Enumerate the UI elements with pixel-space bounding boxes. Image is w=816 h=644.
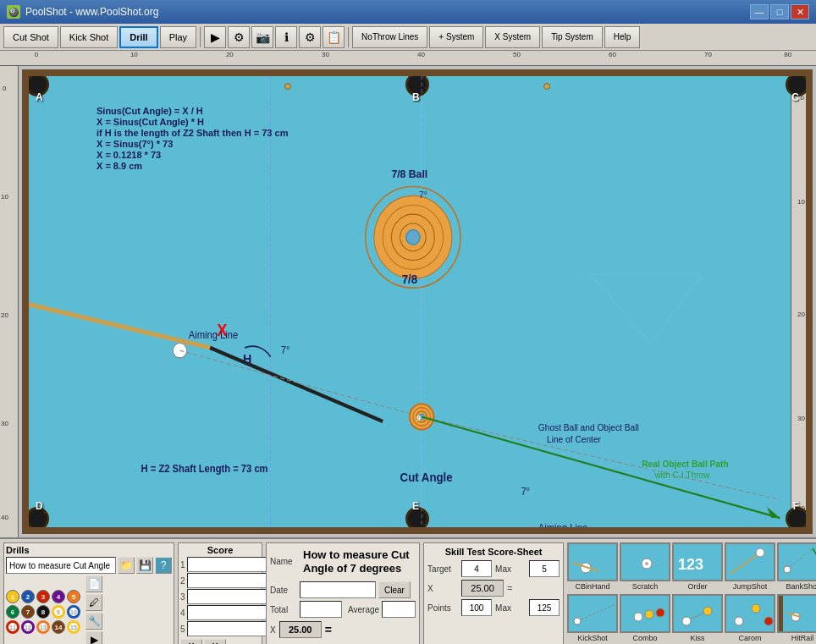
score-section: Score 1 2 3 4 5 X bbox=[178, 542, 262, 644]
total-input[interactable] bbox=[300, 601, 342, 618]
drills-name-row: 📁 💾 ? bbox=[6, 557, 172, 574]
pool-table[interactable]: A B C D E F Sinus(Cut Angle) = X / H X =… bbox=[22, 69, 813, 534]
ball-8[interactable]: 8 bbox=[36, 605, 50, 619]
thumb-bankshot[interactable]: BankShot bbox=[777, 542, 816, 591]
close-button[interactable]: ✕ bbox=[791, 4, 809, 19]
pocket-label-c: C bbox=[791, 91, 799, 103]
settings-icon-button[interactable]: ⚙ bbox=[228, 26, 250, 48]
v-ruler: 0 10 20 30 40 bbox=[0, 66, 19, 537]
drills-balls-row: 1 2 3 4 5 6 7 8 9 10 11 bbox=[6, 575, 172, 644]
table-container[interactable]: A B C D E F Sinus(Cut Angle) = X / H X =… bbox=[19, 66, 816, 537]
kick-shot-button[interactable]: Kick Shot bbox=[60, 26, 118, 48]
extra-icon-4[interactable]: ▶ bbox=[85, 631, 102, 644]
points-input[interactable] bbox=[461, 599, 492, 616]
date-label: Date bbox=[270, 586, 297, 595]
ball-1[interactable]: 1 bbox=[6, 590, 19, 603]
ball-14[interactable]: 14 bbox=[52, 620, 65, 634]
svg-point-56 bbox=[574, 618, 581, 625]
x-system-button[interactable]: X System bbox=[485, 26, 540, 48]
svg-point-58 bbox=[634, 613, 642, 621]
ball-15[interactable]: 15 bbox=[67, 620, 80, 634]
thumb-kickshot[interactable]: KickShot bbox=[567, 594, 618, 642]
average-input[interactable] bbox=[382, 601, 416, 618]
ball-13[interactable]: 13 bbox=[36, 620, 50, 634]
drills-name-input[interactable] bbox=[6, 557, 116, 574]
svg-rect-39 bbox=[569, 544, 618, 581]
maximize-button[interactable]: □ bbox=[770, 4, 789, 19]
math-line-4: X = Sinus(7°) * 73 bbox=[96, 139, 288, 149]
ball-11[interactable]: 11 bbox=[6, 620, 19, 634]
score-num-1: 1 bbox=[180, 560, 185, 570]
score-row-4: 4 bbox=[180, 605, 260, 620]
no-throw-button[interactable]: NoThrow Lines bbox=[352, 26, 427, 48]
thumb-scratch[interactable]: Scratch bbox=[620, 542, 670, 591]
thumb-label-scratch: Scratch bbox=[632, 582, 659, 591]
drill-save-btn[interactable]: 💾 bbox=[136, 557, 153, 574]
max-input-1[interactable] bbox=[529, 560, 560, 577]
extra-icon-1[interactable]: 📄 bbox=[85, 575, 102, 592]
thumb-jumpshot[interactable]: JumpShot bbox=[725, 542, 775, 591]
thumb-img-jumpshot bbox=[725, 542, 775, 581]
svg-rect-65 bbox=[726, 596, 775, 633]
pocket-label-f: F bbox=[793, 500, 799, 512]
drill-button[interactable]: Drill bbox=[119, 26, 157, 48]
clipboard-icon-button[interactable]: 📋 bbox=[323, 26, 345, 48]
thumb-label-order: Order bbox=[688, 582, 708, 591]
math-line-1: Sinus(Cut Angle) = X / H bbox=[96, 106, 288, 116]
ball-6[interactable]: 6 bbox=[6, 605, 19, 619]
clear-button[interactable]: Clear bbox=[378, 581, 411, 598]
max-input-2[interactable] bbox=[529, 599, 560, 616]
skill-section: Skill Test Score-Sheet Target Max X 25.0… bbox=[423, 542, 564, 644]
ball-5[interactable]: 5 bbox=[67, 590, 80, 603]
extra-icon-3[interactable]: 🔧 bbox=[85, 613, 102, 630]
extra-icon-2[interactable]: 🖊 bbox=[85, 594, 102, 611]
title-left: 🎱 PoolShot - www.PoolShot.org bbox=[7, 5, 158, 19]
date-input[interactable] bbox=[300, 581, 376, 598]
tip-system-button[interactable]: Tip System bbox=[542, 26, 603, 48]
math-line-5: X = 0.1218 * 73 bbox=[96, 150, 288, 160]
svg-line-36 bbox=[650, 274, 702, 344]
ball-3[interactable]: 3 bbox=[36, 590, 50, 603]
score-row-5: 5 bbox=[180, 621, 260, 636]
svg-point-66 bbox=[735, 617, 743, 625]
ball-9[interactable]: 9 bbox=[52, 605, 65, 619]
ball-7[interactable]: 7 bbox=[21, 605, 35, 619]
plus-system-button[interactable]: + System bbox=[429, 26, 483, 48]
svg-line-37 bbox=[590, 274, 650, 344]
cut-shot-button[interactable]: Cut Shot bbox=[3, 26, 58, 48]
ball-4[interactable]: 4 bbox=[52, 590, 65, 603]
score-num-3: 3 bbox=[180, 592, 185, 602]
svg-text:Aiming Line: Aiming Line bbox=[538, 523, 588, 527]
camera-icon-button[interactable]: 📷 bbox=[251, 26, 273, 48]
y-button[interactable]: Y bbox=[204, 639, 226, 644]
gear-icon-button[interactable]: ⚙ bbox=[299, 26, 321, 48]
thumb-cbinhand[interactable]: CBinHand bbox=[567, 542, 618, 591]
ball-2[interactable]: 2 bbox=[21, 590, 35, 603]
name-section: Name How to measure CutAngle of 7 degree… bbox=[266, 542, 420, 644]
drill-info-btn[interactable]: ? bbox=[155, 557, 172, 574]
window-controls: — □ ✕ bbox=[750, 4, 809, 19]
thumb-carom[interactable]: Carom bbox=[725, 594, 775, 642]
minimize-button[interactable]: — bbox=[750, 4, 769, 19]
right-v-ruler: 0 10 20 30 40 bbox=[791, 76, 806, 527]
x-button[interactable]: X bbox=[180, 639, 202, 644]
drill-folder-btn[interactable]: 📁 bbox=[118, 557, 135, 574]
play-button[interactable]: Play bbox=[160, 26, 196, 48]
max-label-2: Max bbox=[495, 603, 526, 613]
thumbs-section: CBinHand Scratch 123 bbox=[567, 542, 816, 644]
info-icon-button[interactable]: ℹ bbox=[275, 26, 297, 48]
play-icon-button[interactable]: ▶ bbox=[204, 26, 226, 48]
ball-12[interactable]: 12 bbox=[21, 620, 35, 634]
window-title: PoolShot - www.PoolShot.org bbox=[25, 6, 158, 18]
thumb-kiss[interactable]: Kiss bbox=[672, 594, 723, 642]
pocket-label-b: B bbox=[412, 91, 420, 103]
thumb-order[interactable]: 123 Order bbox=[672, 542, 723, 591]
ball-10[interactable]: 10 bbox=[67, 605, 80, 619]
svg-text:×: × bbox=[577, 272, 583, 283]
help-button[interactable]: Help bbox=[604, 26, 641, 48]
target-input[interactable] bbox=[461, 560, 492, 577]
thumb-combo[interactable]: Combo bbox=[620, 594, 670, 642]
pocket-label-e: E bbox=[412, 500, 419, 512]
balls-row-3: 11 12 13 14 15 bbox=[6, 620, 80, 634]
xy-row: X Y bbox=[180, 639, 260, 644]
